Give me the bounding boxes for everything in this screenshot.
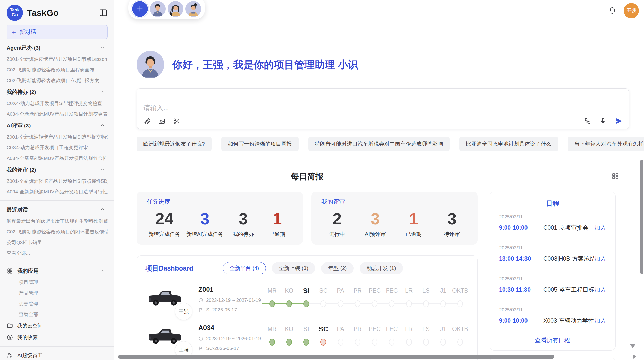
project-dashboard-card: 项目Dashboard 全新平台 (4)全新上装 (3)年型 (2)动总开发 (… (137, 255, 478, 360)
stat-value: 3 (361, 210, 389, 229)
sidebar-tool-AI超级员工[interactable]: AI超级员工 (7, 350, 108, 360)
join-meeting-link[interactable]: 加入 (594, 255, 606, 263)
chevron-up-icon[interactable] (99, 45, 106, 51)
suggestion-chip[interactable]: 当下年轻人对汽车外观有怎样的喜好趋势 (568, 137, 644, 151)
agent-avatar-3[interactable] (185, 1, 201, 17)
agent-avatar-2[interactable] (168, 1, 183, 17)
recent-chat-item[interactable]: 解释最新出台的欧盟报废车法规再生塑料比例被调至15%... (7, 216, 108, 227)
milestone-label: MR (264, 324, 281, 334)
sidebar-item[interactable]: C0X4-动力总成开发项目工程变更评审 (7, 142, 108, 153)
stat: 3我的待办 (229, 210, 257, 238)
dashboard-filter[interactable]: 动总开发 (1) (360, 262, 403, 274)
scroll-right-arrow[interactable] (633, 354, 636, 359)
phone-icon[interactable] (584, 117, 591, 125)
recent-chat-item[interactable]: 公司Q3轻卡销量 (7, 237, 108, 248)
send-icon[interactable] (615, 117, 622, 125)
message-input[interactable] (143, 103, 622, 116)
chevron-up-icon[interactable] (99, 89, 106, 95)
bell-icon[interactable] (608, 7, 617, 15)
scroll-down-arrow[interactable] (630, 344, 635, 348)
recent-chat-item[interactable]: 查看全部... (7, 248, 108, 259)
my-apps-header[interactable]: 我的应用 (7, 265, 108, 277)
star-badge-icon (7, 334, 13, 341)
layout-grid-icon[interactable] (611, 172, 619, 180)
milestone-dot (286, 339, 292, 346)
user-avatar[interactable]: 王强 (624, 3, 639, 18)
project-flag: SI-2025-05-17 (206, 307, 237, 313)
sidebar-section-header[interactable]: 我的评审 (2) (7, 164, 108, 176)
chevron-up-icon[interactable] (99, 268, 106, 274)
sidebar-item[interactable]: Z001-全新燃油轻卡产品开发项目SI节点属性5D文件评审 (7, 176, 108, 187)
image-icon[interactable] (158, 118, 165, 125)
recent-chats-header[interactable]: 最近对话 (7, 204, 108, 216)
milestone-SI: SI (298, 286, 315, 309)
milestone-PR: PR (349, 286, 366, 309)
suggestion-chip[interactable]: 如何写一份清晰的项目周报 (221, 137, 299, 151)
join-meeting-link[interactable]: 加入 (594, 317, 606, 325)
project-next-milestone: SI-2025-05-17 (198, 307, 262, 313)
mic-icon[interactable] (599, 117, 607, 125)
milestone-MR: MR (264, 324, 281, 348)
vertical-scrollbar-thumb[interactable] (640, 160, 643, 274)
join-meeting-link[interactable]: 加入 (594, 224, 606, 232)
collapse-sidebar-icon[interactable] (99, 8, 108, 17)
schedule-line: 10:30-11:30C005-整车工程目标评审加入 (499, 286, 606, 294)
sidebar-section-header[interactable]: 我的待办 (2) (7, 86, 108, 98)
sidebar-item[interactable]: Z001-全新燃油皮卡产品开发项目SI节点Lesson Learn报告 (7, 54, 108, 65)
schedule-line: 9:00-10:00C001-立项审批会加入 (499, 224, 606, 232)
briefing-card: 我的评审2进行中3AI预评审1已逾期3待评审 (311, 192, 478, 245)
project-info: A0342023-12-19 ~ 2026-01-19SC-2025-05-17 (198, 324, 262, 351)
schedule-date: 2025/03/11 (499, 214, 606, 220)
dashboard-filter[interactable]: 全新上装 (3) (272, 262, 315, 274)
sidebar-section-header[interactable]: AI评审 (3) (7, 119, 108, 132)
horizontal-scrollbar-thumb[interactable] (118, 355, 554, 359)
sidebar-link-我的云空间[interactable]: 我的云空间 (7, 320, 108, 332)
sidebar-item[interactable]: A034-全新新能源MUV产品开发项目计划变更表编写 (7, 109, 108, 119)
scissors-icon[interactable] (173, 118, 180, 125)
assistant-greeting: 你好，王强，我是你的项目管理助理 小识 (137, 51, 629, 78)
stat-row: 2进行中3AI预评审1已逾期3待评审 (321, 210, 467, 238)
suggestion-chip[interactable]: 欧洲新规最近颁布了什么? (137, 137, 212, 151)
milestone-PEC: PEC (366, 324, 383, 348)
app-item[interactable]: 变更管理 (7, 298, 108, 309)
milestone-dot (406, 300, 412, 307)
schedule-date: 2025/03/11 (499, 307, 606, 313)
sidebar-link-我的收藏[interactable]: 我的收藏 (7, 332, 108, 343)
suggestion-chip[interactable]: 比亚迪全固态电池计划具体说了什么 (459, 137, 558, 151)
recent-chat-item[interactable]: C02-飞腾新能源轻客改款项目的闭环通告反馈情况 (7, 227, 108, 237)
milestone-SC: SC (315, 324, 332, 348)
stat: 1已逾期 (400, 210, 428, 238)
agent-avatar-1[interactable] (150, 1, 166, 17)
add-agent-button[interactable] (132, 1, 148, 17)
paperclip-icon[interactable] (143, 118, 151, 125)
milestone-dot (286, 300, 292, 307)
schedule-time: 9:00-10:00 (499, 224, 537, 231)
schedule-name: C005-整车工程目标评审 (543, 286, 594, 294)
divider (0, 262, 114, 262)
sidebar-item[interactable]: A034-全新新能源MUV产品开发项目法规符合性评审 (7, 153, 108, 164)
milestone-label: SC (315, 286, 332, 295)
project-info: Z0012023-12-19 ~ 2027-01-19SI-2025-05-17 (198, 286, 262, 313)
join-meeting-link[interactable]: 加入 (594, 286, 606, 294)
chevron-up-icon[interactable] (99, 167, 106, 173)
dashboard-filter[interactable]: 全新平台 (4) (223, 262, 266, 274)
stat-label: 已逾期 (400, 231, 428, 238)
chevron-up-icon[interactable] (99, 207, 106, 213)
sidebar-item[interactable]: Z001-全新燃油轻卡产品开发项目SI造型提交物评审 (7, 132, 108, 142)
stat: 3待评审 (438, 210, 466, 238)
sidebar-section-title: 我的待办 (2) (7, 88, 36, 96)
sidebar-item[interactable]: C0X4-动力总成开发项目SI里程碑提交物检查 (7, 98, 108, 109)
sidebar-item[interactable]: C02-飞腾新能源轻客改款项目立项汇报方案 (7, 75, 108, 86)
suggestion-chip[interactable]: 特朗普可能对进口汽车增税会对中国车企造成哪些影响 (308, 137, 450, 151)
sidebar-item[interactable]: C02-飞腾新能源轻客改款项目里程碑画布 (7, 65, 108, 75)
dashboard-filter[interactable]: 年型 (2) (321, 262, 354, 274)
app-item[interactable]: 查看全部... (7, 309, 108, 320)
app-item[interactable]: 项目管理 (7, 277, 108, 288)
view-all-schedule-link[interactable]: 查看所有日程 (499, 336, 607, 344)
app-item[interactable]: 产品管理 (7, 288, 108, 298)
new-chat-button[interactable]: + 新对话 (7, 25, 108, 39)
chevron-up-icon[interactable] (99, 123, 106, 129)
sidebar-section-header[interactable]: Agent已办 (3) (7, 42, 108, 54)
sidebar-item[interactable]: A034-全新新能源MUV产品开发项目造型可行性评审 (7, 187, 108, 197)
stat-value: 3 (229, 210, 257, 229)
